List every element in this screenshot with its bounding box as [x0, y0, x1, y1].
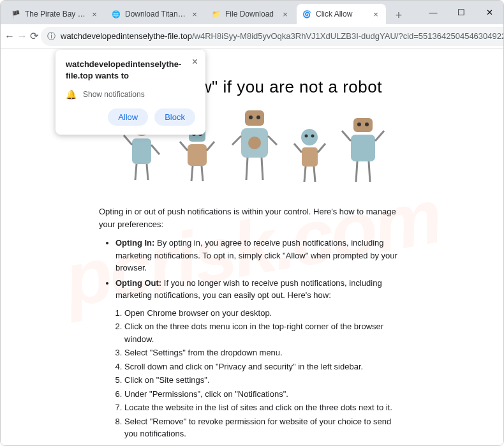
optout-item: Opting Out: If you no longer wish to rec… — [115, 277, 405, 302]
svg-line-40 — [356, 161, 357, 182]
allow-button[interactable]: Allow — [108, 108, 148, 126]
svg-line-32 — [304, 167, 306, 182]
step-item: Scroll down and click on "Privacy and se… — [124, 361, 405, 373]
popup-close-icon[interactable]: × — [192, 56, 198, 68]
step-item: Locate the website in the list of sites … — [124, 401, 405, 414]
bell-icon: 🔔 — [66, 89, 77, 100]
page-content: pcrisk.com Click "Allow" if you are not … — [1, 48, 503, 446]
svg-line-38 — [342, 131, 351, 141]
svg-rect-29 — [302, 147, 318, 167]
tab-title: File Download — [225, 10, 278, 19]
svg-line-15 — [191, 166, 193, 181]
svg-rect-17 — [245, 110, 264, 126]
tab-title: Download Titanic (1997) 10 — [125, 10, 187, 19]
tab-1[interactable]: 🌐 Download Titanic (1997) 10 × — [106, 4, 205, 24]
svg-line-8 — [147, 164, 148, 180]
svg-line-23 — [268, 136, 277, 145]
address-bar[interactable]: ⓘ watchdevelopedintenselythe-file.top/w4… — [41, 27, 504, 46]
step-item: Select "Settings" from the dropdown menu… — [124, 346, 405, 359]
permission-label: Show notifications — [83, 90, 145, 99]
popup-permission-row: 🔔 Show notifications — [66, 89, 195, 100]
robot-icon — [289, 126, 330, 186]
toolbar: ← → ⟳ ⓘ watchdevelopedintenselythe-file.… — [1, 24, 503, 48]
svg-point-18 — [249, 115, 253, 119]
maximize-button[interactable]: ☐ — [447, 3, 475, 22]
tab-strip: 🏴 The Pirate Bay - The galaxy × 🌐 Downlo… — [1, 1, 503, 24]
tab-0[interactable]: 🏴 The Pirate Bay - The galaxy × — [6, 4, 105, 24]
svg-line-13 — [180, 142, 188, 151]
tab-title: The Pirate Bay - The galaxy — [25, 10, 87, 19]
robot-icon — [227, 107, 281, 186]
back-button[interactable]: ← — [4, 27, 15, 45]
notification-permission-popup: × watchdevelopedintenselythe-file.top wa… — [56, 50, 205, 135]
svg-rect-34 — [353, 118, 373, 132]
svg-line-30 — [294, 144, 302, 152]
popup-host-text: watchdevelopedintenselythe-file.top want… — [66, 59, 195, 82]
step-item: Click on the three dots menu icon in the… — [124, 320, 405, 345]
reload-button[interactable]: ⟳ — [30, 27, 38, 45]
svg-rect-12 — [188, 144, 207, 166]
svg-line-24 — [246, 158, 248, 180]
svg-line-5 — [124, 135, 132, 145]
minimize-button[interactable]: — — [419, 3, 447, 22]
close-icon[interactable]: × — [280, 9, 290, 19]
svg-line-39 — [375, 131, 384, 141]
svg-line-31 — [318, 144, 325, 152]
instructions-block: Opting in or out of push notifications i… — [99, 205, 405, 446]
svg-point-36 — [365, 123, 369, 126]
close-icon[interactable]: × — [189, 9, 200, 19]
svg-line-41 — [369, 161, 370, 182]
svg-line-16 — [202, 166, 203, 181]
svg-point-28 — [311, 135, 315, 138]
close-icon[interactable]: × — [89, 9, 100, 19]
intro-text: Opting in or out of push notifications i… — [99, 205, 405, 230]
svg-line-25 — [262, 158, 263, 180]
steps-list: Open Chrome browser on your desktop. Cli… — [99, 307, 405, 440]
svg-line-7 — [135, 164, 137, 180]
window-controls: — ☐ ✕ — [419, 1, 503, 24]
svg-point-26 — [301, 129, 318, 145]
folder-favicon-icon: 📁 — [211, 9, 221, 19]
optin-item: Opting In: By opting in, you agree to re… — [115, 237, 405, 274]
step-item: Click on "Site settings". — [124, 374, 405, 387]
block-button[interactable]: Block — [154, 108, 195, 126]
tab-3-active[interactable]: 🌀 Click Allow × — [297, 4, 386, 24]
svg-point-21 — [248, 137, 261, 149]
spinner-favicon-icon: 🌀 — [302, 9, 312, 19]
browser-window: 🏴 The Pirate Bay - The galaxy × 🌐 Downlo… — [0, 0, 504, 446]
close-icon[interactable]: × — [371, 9, 381, 19]
tab-title: Click Allow — [316, 10, 368, 19]
svg-line-33 — [314, 167, 315, 182]
step-item: Under "Permissions", click on "Notificat… — [124, 388, 405, 401]
svg-rect-4 — [132, 138, 151, 164]
svg-line-22 — [232, 136, 241, 145]
svg-point-19 — [256, 115, 260, 119]
url-text: watchdevelopedintenselythe-file.top/w4RH… — [61, 31, 504, 41]
step-item: Select "Remove" to revoke permission for… — [124, 415, 405, 440]
forward-button[interactable]: → — [17, 27, 27, 45]
svg-point-27 — [305, 135, 308, 138]
site-info-icon[interactable]: ⓘ — [47, 31, 56, 42]
step-item: Open Chrome browser on your desktop. — [124, 307, 405, 320]
svg-point-35 — [357, 123, 361, 126]
svg-line-6 — [151, 145, 159, 154]
svg-rect-37 — [351, 135, 375, 161]
new-tab-button[interactable]: + — [390, 6, 408, 24]
robot-icon — [338, 113, 388, 186]
svg-line-14 — [207, 142, 214, 151]
tab-2[interactable]: 📁 File Download × — [206, 4, 295, 24]
close-window-button[interactable]: ✕ — [475, 3, 503, 22]
globe-favicon-icon: 🌐 — [111, 9, 121, 19]
pirate-favicon-icon: 🏴 — [11, 9, 21, 19]
